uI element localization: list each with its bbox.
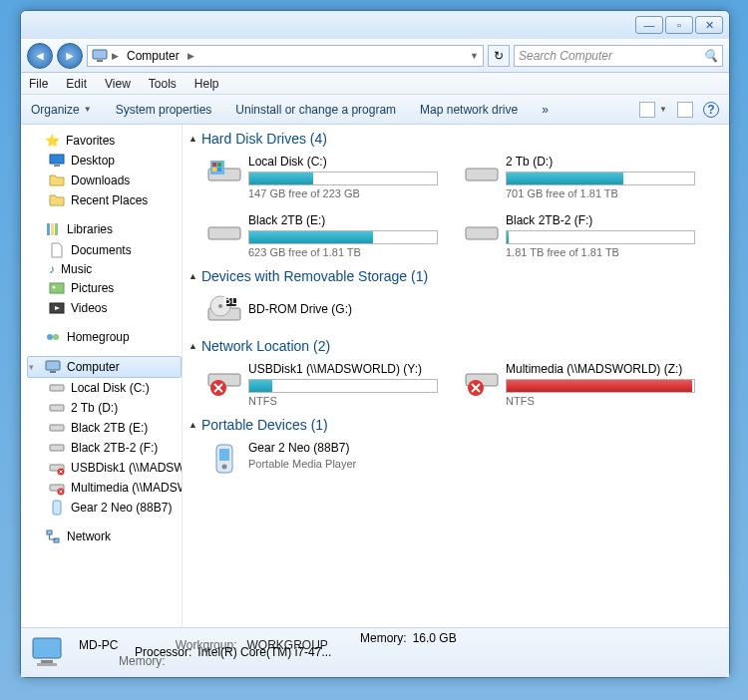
back-button[interactable]: ◄ <box>27 43 53 69</box>
organize-button[interactable]: Organize▼ <box>31 103 92 117</box>
drive-subtitle: Portable Media Player <box>248 458 442 470</box>
drive-z[interactable]: Multimedia (\\MADSWORLD) (Z:) NTFS <box>460 358 703 411</box>
hdd-icon <box>464 213 500 249</box>
sidebar-item-drive-y[interactable]: USBDisk1 (\\MADSWORLD) <box>27 458 182 478</box>
preview-pane-button[interactable] <box>677 102 693 118</box>
category-network[interactable]: ▲Network Location (2) <box>188 336 719 358</box>
svg-point-11 <box>47 334 53 340</box>
chevron-down-icon: ▾ <box>29 362 39 372</box>
drive-f[interactable]: Black 2TB-2 (F:) 1.81 TB free of 1.81 TB <box>460 209 703 262</box>
drive-label: Multimedia (\\MADSWORLD) (Z:) <box>506 362 699 376</box>
device-icon <box>49 500 65 516</box>
sidebar-item-drive-d[interactable]: 2 Tb (D:) <box>27 398 182 418</box>
svg-rect-1 <box>97 60 103 62</box>
drive-y[interactable]: USBDisk1 (\\MADSWORLD) (Y:) NTFS <box>202 358 446 411</box>
search-icon: 🔍 <box>703 49 718 63</box>
menu-view[interactable]: View <box>105 77 131 91</box>
sidebar-item-recent[interactable]: Recent Places <box>27 190 182 210</box>
refresh-button[interactable]: ↻ <box>488 45 510 67</box>
forward-button[interactable]: ► <box>57 43 83 69</box>
view-options-button[interactable]: ▼ <box>639 102 667 118</box>
minimize-button[interactable]: — <box>635 16 663 34</box>
folder-icon <box>49 192 65 208</box>
category-portable[interactable]: ▲Portable Devices (1) <box>188 415 719 437</box>
svg-text:BD: BD <box>223 293 240 307</box>
folder-icon <box>49 173 65 188</box>
svg-rect-34 <box>466 227 498 239</box>
drive-g[interactable]: BD BD-ROM Drive (G:) <box>202 288 446 332</box>
sidebar-item-drive-z[interactable]: Multimedia (\\MADSWORLD) <box>27 478 182 498</box>
collapse-icon: ▲ <box>188 341 197 351</box>
drive-e[interactable]: Black 2TB (E:) 623 GB free of 1.81 TB <box>202 209 446 262</box>
sidebar-item-drive-c[interactable]: Local Disk (C:) <box>27 378 182 398</box>
menu-file[interactable]: File <box>29 77 48 91</box>
sidebar-item-music[interactable]: ♪Music <box>27 260 182 278</box>
svg-rect-18 <box>50 445 64 451</box>
category-hdd[interactable]: ▲Hard Disk Drives (4) <box>188 129 719 151</box>
titlebar[interactable]: — ▫ ✕ <box>21 11 729 39</box>
svg-rect-33 <box>208 227 240 239</box>
drive-icon <box>49 440 65 456</box>
libraries-icon <box>45 221 61 237</box>
drive-label: Local Disk (C:) <box>248 155 442 169</box>
help-button[interactable]: ? <box>703 102 719 118</box>
free-space: 147 GB free of 223 GB <box>248 187 442 199</box>
drive-d[interactable]: 2 Tb (D:) 701 GB free of 1.81 TB <box>460 151 703 203</box>
menu-help[interactable]: Help <box>194 77 219 91</box>
toolbar-overflow-icon[interactable]: » <box>542 103 549 117</box>
uninstall-button[interactable]: Uninstall or change a program <box>235 103 396 117</box>
sidebar-computer[interactable]: ▾ Computer <box>27 356 182 378</box>
drive-c[interactable]: Local Disk (C:) 147 GB free of 223 GB <box>202 151 446 203</box>
processor-value: Intel(R) Core(TM) i7-47... <box>197 645 331 659</box>
svg-rect-30 <box>212 168 216 172</box>
network-drive-error-icon <box>464 362 500 398</box>
svg-rect-15 <box>50 385 64 391</box>
computer-icon <box>31 634 69 672</box>
bdrom-icon: BD <box>206 292 242 328</box>
address-bar[interactable]: ▶ Computer ▶ ▼ <box>87 45 484 67</box>
category-removable[interactable]: ▲Devices with Removable Storage (1) <box>188 266 719 288</box>
desktop-icon <box>49 153 65 169</box>
history-dropdown-icon[interactable]: ▼ <box>470 51 479 61</box>
explorer-window: — ▫ ✕ ◄ ► ▶ Computer ▶ ▼ ↻ Search Comput… <box>20 10 730 678</box>
sidebar-item-drive-e[interactable]: Black 2TB (E:) <box>27 418 182 438</box>
search-box[interactable]: Search Computer 🔍 <box>514 45 723 67</box>
svg-rect-17 <box>50 425 64 431</box>
sidebar-favorites[interactable]: ⭐ Favorites <box>27 131 182 151</box>
sidebar-homegroup[interactable]: Homegroup <box>27 326 182 348</box>
svg-rect-3 <box>54 165 60 167</box>
usage-bar <box>506 172 695 185</box>
breadcrumb-chevron-icon[interactable]: ▶ <box>187 51 194 61</box>
collapse-icon: ▲ <box>188 420 197 430</box>
sidebar-item-pictures[interactable]: Pictures <box>27 278 182 298</box>
maximize-button[interactable]: ▫ <box>665 16 693 34</box>
svg-rect-29 <box>217 163 221 167</box>
sidebar-item-documents[interactable]: Documents <box>27 240 182 260</box>
breadcrumb-computer[interactable]: Computer <box>123 49 184 63</box>
drive-label: 2 Tb (D:) <box>506 155 699 169</box>
sidebar-network[interactable]: Network <box>27 525 182 547</box>
drive-label: Gear 2 Neo (88B7) <box>248 441 442 455</box>
drive-label: Black 2TB-2 (F:) <box>506 213 699 227</box>
menu-tools[interactable]: Tools <box>149 77 177 91</box>
computer-icon <box>45 359 61 375</box>
svg-rect-48 <box>41 660 53 663</box>
svg-rect-4 <box>47 223 50 235</box>
processor-label: Processor: <box>135 645 191 659</box>
usage-bar <box>506 379 695 393</box>
system-properties-button[interactable]: System properties <box>116 103 212 117</box>
star-icon: ⭐ <box>45 134 60 148</box>
menu-edit[interactable]: Edit <box>66 77 87 91</box>
sidebar-item-videos[interactable]: Videos <box>27 298 182 318</box>
close-button[interactable]: ✕ <box>695 16 723 34</box>
sidebar-item-downloads[interactable]: Downloads <box>27 171 182 190</box>
sidebar-libraries[interactable]: Libraries <box>27 218 182 240</box>
drive-label: BD-ROM Drive (G:) <box>248 302 442 316</box>
map-drive-button[interactable]: Map network drive <box>420 103 518 117</box>
breadcrumb-chevron-icon[interactable]: ▶ <box>112 51 119 61</box>
drive-gear[interactable]: Gear 2 Neo (88B7) Portable Media Player <box>202 437 446 481</box>
sidebar-item-desktop[interactable]: Desktop <box>27 151 182 171</box>
drive-label: USBDisk1 (\\MADSWORLD) (Y:) <box>248 362 442 376</box>
sidebar-item-drive-f[interactable]: Black 2TB-2 (F:) <box>27 438 182 458</box>
sidebar-item-gear[interactable]: Gear 2 Neo (88B7) <box>27 498 182 518</box>
